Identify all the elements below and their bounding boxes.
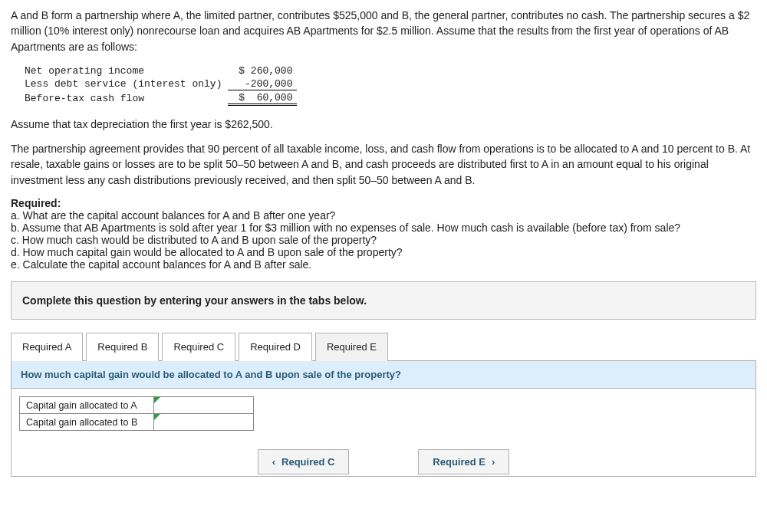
debt-service-label: Less debt service (interest only) [20, 78, 226, 90]
instruction-box: Complete this question by entering your … [11, 281, 756, 320]
panel-body: Capital gain allocated to A Capital gain… [12, 389, 755, 442]
capital-gain-a-input[interactable] [154, 397, 253, 413]
required-section: Required: a. What are the capital accoun… [11, 197, 756, 271]
table-row: Before-tax cash flow $ 60,000 [20, 92, 297, 106]
next-button-label: Required E [433, 456, 486, 468]
required-c: c. How much cash would be distributed to… [11, 234, 756, 246]
answer-input-table: Capital gain allocated to A Capital gain… [19, 396, 254, 431]
btcf-value: $ 60,000 [228, 92, 297, 106]
problem-intro: A and B form a partnership where A, the … [11, 8, 756, 54]
tab-panel-required-d: How much capital gain would be allocated… [11, 360, 756, 477]
input-cell-b[interactable] [154, 414, 254, 431]
input-cell-a[interactable] [154, 397, 254, 414]
required-a: a. What are the capital account balances… [11, 209, 756, 222]
panel-question: How much capital gain would be allocated… [12, 361, 755, 389]
required-heading: Required: [11, 197, 756, 209]
row-label-a: Capital gain allocated to A [20, 397, 154, 414]
required-e: e. Calculate the capital account balance… [11, 258, 756, 271]
table-row: Capital gain allocated to B [20, 414, 254, 431]
tabs-row: Required A Required B Required C Require… [11, 332, 756, 360]
table-row: Less debt service (interest only) -200,0… [20, 78, 297, 90]
required-d: d. How much capital gain would be alloca… [11, 246, 756, 258]
capital-gain-b-input[interactable] [154, 414, 253, 430]
depreciation-note: Assume that tax depreciation the first y… [11, 117, 756, 132]
tab-required-e[interactable]: Required E [315, 333, 388, 361]
row-label-b: Capital gain allocated to B [20, 414, 154, 431]
prev-button[interactable]: ‹ Required C [258, 449, 350, 475]
nav-row: ‹ Required C Required E › [12, 442, 755, 476]
table-row: Capital gain allocated to A [20, 397, 254, 414]
chevron-right-icon: › [492, 456, 495, 468]
debt-service-value: -200,000 [228, 78, 297, 90]
income-statement-table: Net operating income $ 260,000 Less debt… [18, 64, 298, 107]
btcf-label: Before-tax cash flow [20, 92, 226, 106]
next-button[interactable]: Required E › [418, 449, 509, 475]
edit-indicator-icon [154, 414, 160, 420]
noi-value: $ 260,000 [228, 65, 297, 77]
partnership-agreement: The partnership agreement provides that … [11, 141, 756, 188]
edit-indicator-icon [154, 397, 160, 403]
prev-button-label: Required C [281, 456, 334, 468]
tab-required-b[interactable]: Required B [86, 333, 159, 361]
instruction-text: Complete this question by entering your … [22, 294, 367, 307]
noi-label: Net operating income [20, 65, 226, 77]
table-row: Net operating income $ 260,000 [20, 65, 297, 77]
required-b: b. Assume that AB Apartments is sold aft… [11, 222, 756, 234]
tab-required-d[interactable]: Required D [239, 333, 312, 361]
tab-required-a[interactable]: Required A [11, 333, 83, 361]
tab-required-c[interactable]: Required C [162, 333, 235, 361]
chevron-left-icon: ‹ [272, 456, 275, 468]
